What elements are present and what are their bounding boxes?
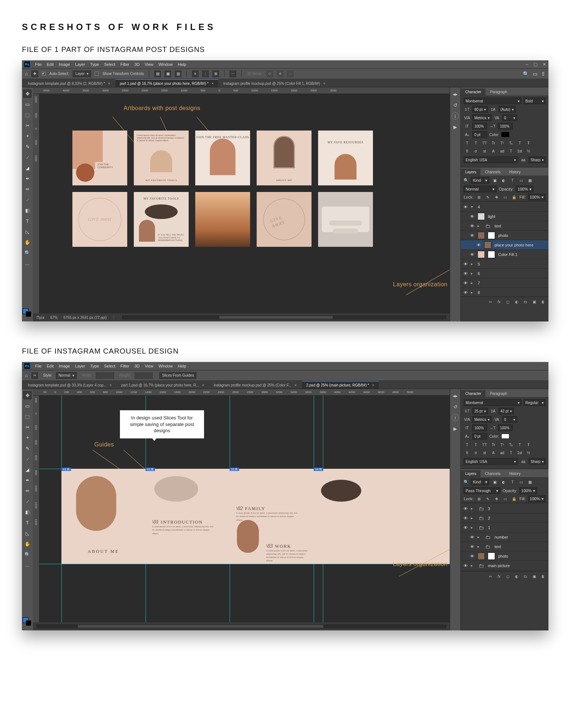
layer-row[interactable]: 👁▸🗀3 [461,504,548,513]
menu-filter[interactable]: Filter [120,62,129,67]
opentype-button[interactable]: 1st [516,449,523,456]
tab-close-icon[interactable]: × [372,383,374,387]
tracking-field[interactable]: 0▾ [502,416,517,423]
type-style-button[interactable]: T₁ [507,441,514,448]
tool-icon[interactable]: ✋ [23,238,31,246]
font-family-dropdown[interactable]: Montserrat▾ [464,399,521,406]
link-layers-icon[interactable]: ⇔ [487,573,494,580]
move-tool-icon[interactable]: ✥ [31,71,38,77]
menu-type[interactable]: Type [90,364,99,368]
layer-row[interactable]: 👁▸🗀text [461,221,548,231]
tab-channels[interactable]: Channels [480,169,505,176]
fx-icon[interactable]: fx [496,298,502,305]
tool-icon[interactable]: ✏ [23,487,31,495]
opentype-button[interactable]: fi [464,148,470,154]
new-group-icon[interactable]: 🗀 [522,573,529,580]
tab-close-icon[interactable]: × [323,81,325,86]
search-icon[interactable]: 🔍 [523,71,529,77]
distribute-v-icon[interactable]: ⋮ [202,71,209,77]
canvas[interactable]: 3002004006008001000120014001600180020002… [33,389,450,630]
disclosure-icon[interactable]: ▸ [471,290,475,294]
slice-tool-icon[interactable]: ✂ [31,372,38,379]
menu-filter[interactable]: Filter [120,364,129,368]
filter-type-icon[interactable]: T [509,479,516,485]
menu-select[interactable]: Select [104,62,116,67]
tool-icon[interactable]: T [23,217,31,225]
tab-history[interactable]: History [505,470,525,477]
opentype-button[interactable]: σ [472,449,479,456]
font-family-dropdown[interactable]: Montserrat▾ [464,98,521,104]
lock-artboard-icon[interactable]: ▭ [502,194,509,200]
text-color-swatch[interactable] [501,132,509,137]
filter-smart-icon[interactable]: ▦ [526,177,533,184]
menu-window[interactable]: Window [158,62,173,67]
align-left-icon[interactable]: ▤ [154,71,161,77]
visibility-icon[interactable]: 👁 [463,205,468,209]
lock-all-icon[interactable]: 🔒 [511,194,517,200]
layer-row[interactable]: 👁▸🗀text [461,542,548,551]
font-style-dropdown[interactable]: Bold▾ [524,98,546,104]
lock-position-icon[interactable]: ✥ [493,495,500,502]
artboard-2[interactable]: 2 Lorem ipsum dolor sit amet, consectetu… [134,131,189,185]
layer-row[interactable]: 👁▸🗀main picture [461,561,548,570]
collapse-right-icon[interactable]: ◂▸ [452,392,459,399]
delete-layer-icon[interactable]: 🗑 [540,573,546,580]
visibility-icon[interactable]: 👁 [469,214,475,219]
history-icon[interactable]: ↺ [452,101,459,109]
disclosure-icon[interactable]: ▸ [471,525,475,529]
filter-smart-icon[interactable]: ▦ [526,479,533,485]
auto-select-dropdown[interactable]: Layer▾ [73,71,91,77]
lock-position-icon[interactable]: ✥ [493,194,500,200]
layer-row[interactable]: 👁place your photo here [461,240,548,250]
filter-adjust-icon[interactable]: ◐ [500,479,507,485]
fx-icon[interactable]: fx [496,573,502,580]
layer-filter-kind[interactable]: Kind▾ [471,177,489,184]
opentype-button[interactable]: fi [464,449,470,456]
vscale-field[interactable]: 100% [472,425,487,431]
tab-paragraph[interactable]: Paragraph [486,390,512,397]
document-tab[interactable]: instagram profile mockup.psd @ 25% (Colo… [219,79,330,87]
layer-row[interactable]: 👁photo [461,231,548,240]
type-style-button[interactable]: Ŧ [525,140,532,146]
tool-icon[interactable]: ⬚ [23,111,31,119]
tool-icon[interactable]: ✏ [23,185,31,193]
layer-row[interactable]: 👁Color Fill 1 [461,250,548,259]
new-layer-icon[interactable]: ▣ [531,573,537,580]
disclosure-icon[interactable]: ▸ [471,281,475,285]
font-size-field[interactable]: 25 pt▾ [472,408,487,414]
tab-history[interactable]: History [505,169,525,176]
menu-help[interactable]: Help [178,62,186,67]
tool-icon[interactable]: ◧ [23,206,31,214]
filter-type-icon[interactable]: T [509,177,516,184]
info-icon[interactable]: i [452,112,459,120]
distribute-h-icon[interactable]: ≡ [192,71,199,77]
tool-icon[interactable]: 🔍 [23,550,31,558]
leading-field[interactable]: (Auto)▾ [499,106,516,113]
home-icon[interactable]: ⌂ [25,71,28,76]
menu-help[interactable]: Help [178,364,186,368]
tab-close-icon[interactable]: × [294,383,297,387]
lock-all-icon[interactable]: 🔒 [511,495,517,502]
vscale-field[interactable]: 100% [472,123,487,129]
tool-icon[interactable]: 🔍 [23,249,31,257]
lock-transparency-icon[interactable]: ⊞ [476,194,482,200]
type-style-button[interactable]: T [464,140,470,146]
disclosure-icon[interactable]: ▸ [471,271,475,275]
aa-dropdown[interactable]: Sharp▾ [529,156,546,163]
tab-character[interactable]: Character [461,390,486,397]
tool-icon[interactable]: ⌖ [23,434,31,442]
align-icon[interactable]: ⊞ [212,71,219,77]
baseline-field[interactable]: 0 pt [472,433,487,440]
kerning-field[interactable]: Metrics▾ [472,416,491,423]
play-icon[interactable]: ▶ [452,123,459,131]
tool-icon[interactable]: ⟋ [23,455,31,463]
tool-icon[interactable]: ◧ [23,508,31,516]
kerning-field[interactable]: Metrics▾ [472,114,491,121]
tab-close-icon[interactable]: × [202,383,204,387]
tool-icon[interactable]: ▭ [23,402,31,410]
info-icon[interactable]: i [452,414,459,421]
opentype-button[interactable]: ½ [525,449,532,456]
artboard-5[interactable]: 5 MY FAVE RESOURSES [318,131,373,185]
menu-file[interactable]: File [35,62,42,67]
type-style-button[interactable]: T¹ [499,140,505,146]
